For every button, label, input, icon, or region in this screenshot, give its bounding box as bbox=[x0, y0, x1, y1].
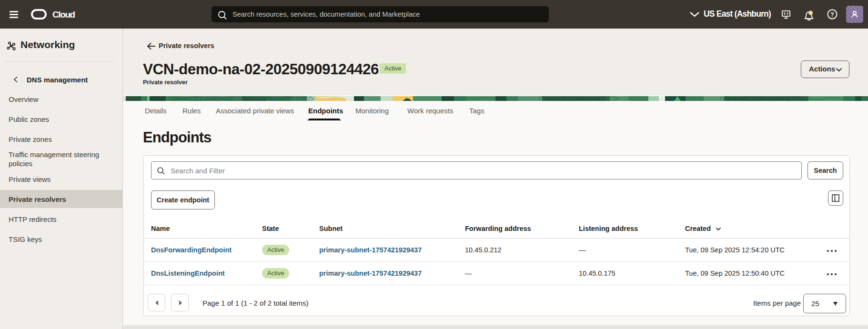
svg-text:?: ? bbox=[830, 11, 834, 18]
